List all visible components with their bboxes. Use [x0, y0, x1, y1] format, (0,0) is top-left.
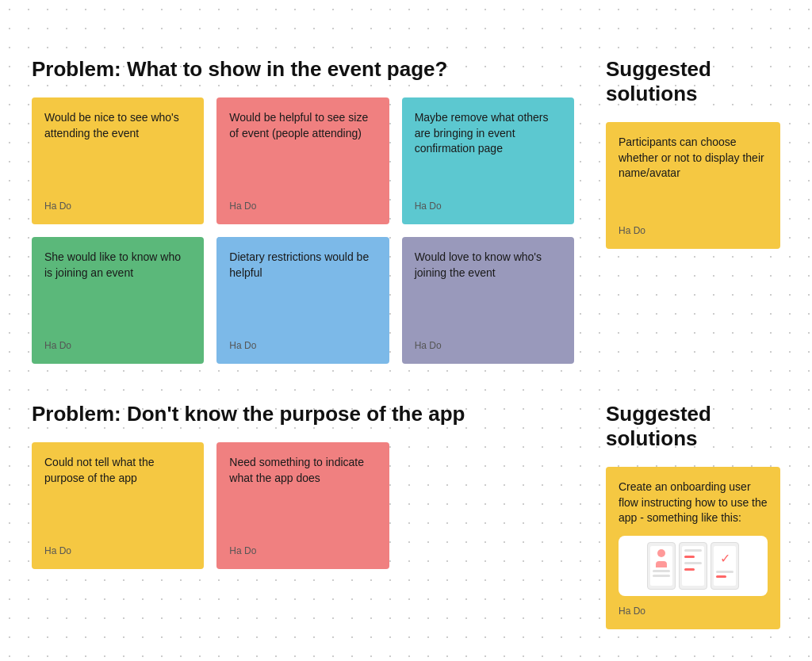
phone-mockup: ✓	[619, 536, 768, 596]
solutions-area-1: Suggested solutionsCreate an onboarding …	[606, 402, 780, 629]
solution-title-0: Suggested solutions	[606, 57, 780, 106]
card-author-card-2: Ha Do	[229, 191, 376, 212]
card-text-card-8: Need something to indicate what the app …	[229, 455, 376, 486]
problem-card-card-4: She would like to know who is joining an…	[32, 237, 204, 364]
solution-text-sol-2: Create an onboarding user flow instructi…	[619, 480, 768, 526]
solution-author-sol-2: Ha Do	[619, 596, 768, 617]
cards-grid-0: Would be nice to see who's attending the…	[32, 97, 574, 364]
card-author-card-4: Ha Do	[44, 330, 191, 351]
solution-card-sol-1: Participants can choose whether or not t…	[606, 122, 780, 249]
card-text-card-7: Could not tell what the purpose of the a…	[44, 455, 191, 486]
section-0: Problem: What to show in the event page?…	[32, 57, 780, 364]
solution-text-sol-1: Participants can choose whether or not t…	[619, 135, 768, 181]
card-text-card-4: She would like to know who is joining an…	[44, 250, 191, 281]
problem-card-card-1: Would be nice to see who's attending the…	[32, 97, 204, 224]
phone-screen-0	[647, 542, 676, 590]
card-author-card-3: Ha Do	[415, 191, 561, 212]
card-author-card-6: Ha Do	[415, 330, 561, 351]
problem-card-card-2: Would be helpful to see size of event (p…	[216, 97, 389, 224]
problem-card-card-8: Need something to indicate what the app …	[216, 442, 389, 569]
cards-grid-1: Could not tell what the purpose of the a…	[32, 442, 574, 569]
problem-card-card-6: Would love to know who's joining the eve…	[402, 237, 574, 364]
card-text-card-5: Dietary restrictions would be helpful	[229, 250, 376, 281]
section-1: Problem: Don't know the purpose of the a…	[32, 402, 780, 629]
solution-title-1: Suggested solutions	[606, 402, 780, 451]
problem-card-card-7: Could not tell what the purpose of the a…	[32, 442, 204, 569]
card-text-card-2: Would be helpful to see size of event (p…	[229, 110, 376, 141]
problem-card-card-3: Maybe remove what others are bringing in…	[402, 97, 574, 224]
solutions-area-0: Suggested solutionsParticipants can choo…	[606, 57, 780, 364]
problem-card-card-5: Dietary restrictions would be helpfulHa …	[216, 237, 389, 364]
card-text-card-1: Would be nice to see who's attending the…	[44, 110, 191, 141]
problem-title-1: Problem: Don't know the purpose of the a…	[32, 402, 574, 426]
card-text-card-3: Maybe remove what others are bringing in…	[415, 110, 561, 157]
phone-screen-1	[679, 542, 707, 590]
card-author-card-7: Ha Do	[44, 536, 191, 556]
solution-author-sol-1: Ha Do	[619, 216, 768, 236]
card-author-card-1: Ha Do	[44, 191, 191, 212]
solution-card-sol-2: Create an onboarding user flow instructi…	[606, 467, 780, 629]
phone-screen-2: ✓	[710, 542, 739, 590]
problems-area-0: Problem: What to show in the event page?…	[32, 57, 574, 364]
problem-title-0: Problem: What to show in the event page?	[32, 57, 574, 82]
card-text-card-6: Would love to know who's joining the eve…	[415, 250, 561, 281]
card-author-card-5: Ha Do	[229, 330, 376, 351]
card-author-card-8: Ha Do	[229, 536, 376, 556]
problems-area-1: Problem: Don't know the purpose of the a…	[32, 402, 574, 629]
